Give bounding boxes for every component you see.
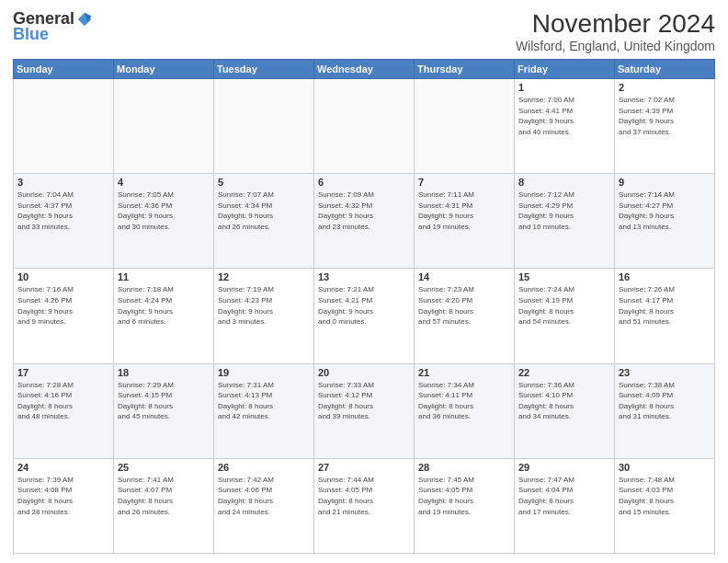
calendar-cell: [415, 79, 515, 174]
day-number: 7: [418, 177, 510, 188]
weekday-header-wednesday: Wednesday: [314, 60, 415, 79]
calendar-cell: 1Sunrise: 7:00 AM Sunset: 4:41 PM Daylig…: [515, 79, 615, 174]
calendar-cell: 10Sunrise: 7:16 AM Sunset: 4:26 PM Dayli…: [14, 269, 114, 363]
day-number: 26: [218, 462, 310, 473]
day-number: 12: [218, 271, 310, 282]
day-number: 11: [118, 271, 210, 282]
page: General Blue November 2024 Wilsford, Eng…: [0, 0, 728, 563]
month-title: November 2024: [516, 9, 715, 39]
calendar: SundayMondayTuesdayWednesdayThursdayFrid…: [13, 59, 715, 554]
day-info: Sunrise: 7:16 AM Sunset: 4:26 PM Dayligh…: [17, 284, 109, 327]
day-info: Sunrise: 7:09 AM Sunset: 4:32 PM Dayligh…: [318, 190, 410, 232]
calendar-cell: 24Sunrise: 7:39 AM Sunset: 4:08 PM Dayli…: [14, 458, 114, 553]
day-number: 15: [518, 271, 610, 282]
header: General Blue November 2024 Wilsford, Eng…: [13, 9, 715, 53]
day-number: 19: [218, 367, 310, 378]
day-number: 1: [518, 82, 610, 93]
day-info: Sunrise: 7:05 AM Sunset: 4:36 PM Dayligh…: [118, 190, 210, 232]
day-number: 27: [318, 462, 410, 473]
calendar-cell: 4Sunrise: 7:05 AM Sunset: 4:36 PM Daylig…: [114, 174, 214, 269]
day-info: Sunrise: 7:42 AM Sunset: 4:06 PM Dayligh…: [218, 475, 310, 517]
logo-blue-text: Blue: [13, 25, 49, 44]
weekday-header-thursday: Thursday: [415, 60, 515, 79]
day-number: 28: [418, 462, 510, 473]
calendar-cell: 17Sunrise: 7:28 AM Sunset: 4:16 PM Dayli…: [14, 363, 114, 458]
calendar-cell: 8Sunrise: 7:12 AM Sunset: 4:29 PM Daylig…: [515, 174, 615, 269]
calendar-cell: 5Sunrise: 7:07 AM Sunset: 4:34 PM Daylig…: [214, 174, 314, 269]
calendar-cell: 13Sunrise: 7:21 AM Sunset: 4:21 PM Dayli…: [314, 269, 415, 363]
day-number: 21: [418, 367, 510, 378]
calendar-week-0: 1Sunrise: 7:00 AM Sunset: 4:41 PM Daylig…: [14, 79, 715, 174]
calendar-cell: 11Sunrise: 7:18 AM Sunset: 4:24 PM Dayli…: [114, 269, 214, 363]
day-info: Sunrise: 7:07 AM Sunset: 4:34 PM Dayligh…: [218, 190, 310, 232]
day-info: Sunrise: 7:45 AM Sunset: 4:05 PM Dayligh…: [418, 475, 510, 517]
weekday-header-monday: Monday: [114, 60, 214, 79]
day-info: Sunrise: 7:26 AM Sunset: 4:17 PM Dayligh…: [619, 284, 711, 327]
day-info: Sunrise: 7:21 AM Sunset: 4:21 PM Dayligh…: [318, 284, 410, 327]
day-number: 6: [318, 177, 410, 188]
day-info: Sunrise: 7:23 AM Sunset: 4:20 PM Dayligh…: [418, 284, 510, 327]
day-info: Sunrise: 7:48 AM Sunset: 4:03 PM Dayligh…: [619, 475, 711, 517]
calendar-cell: [114, 79, 214, 174]
logo: General Blue: [13, 9, 93, 44]
calendar-cell: 22Sunrise: 7:36 AM Sunset: 4:10 PM Dayli…: [515, 363, 615, 458]
calendar-cell: 6Sunrise: 7:09 AM Sunset: 4:32 PM Daylig…: [314, 174, 415, 269]
day-info: Sunrise: 7:11 AM Sunset: 4:31 PM Dayligh…: [418, 190, 510, 232]
day-number: 3: [17, 177, 109, 188]
day-info: Sunrise: 7:12 AM Sunset: 4:29 PM Dayligh…: [518, 190, 610, 232]
calendar-cell: 25Sunrise: 7:41 AM Sunset: 4:07 PM Dayli…: [114, 458, 214, 553]
day-info: Sunrise: 7:18 AM Sunset: 4:24 PM Dayligh…: [118, 284, 210, 327]
calendar-cell: [14, 79, 114, 174]
day-number: 24: [17, 462, 109, 473]
calendar-cell: [314, 79, 415, 174]
weekday-header-saturday: Saturday: [615, 60, 715, 79]
day-number: 16: [619, 271, 711, 282]
day-info: Sunrise: 7:14 AM Sunset: 4:27 PM Dayligh…: [619, 190, 711, 232]
day-number: 13: [318, 271, 410, 282]
calendar-cell: 7Sunrise: 7:11 AM Sunset: 4:31 PM Daylig…: [415, 174, 515, 269]
day-info: Sunrise: 7:47 AM Sunset: 4:04 PM Dayligh…: [518, 475, 610, 517]
day-info: Sunrise: 7:29 AM Sunset: 4:15 PM Dayligh…: [118, 380, 210, 422]
calendar-cell: 19Sunrise: 7:31 AM Sunset: 4:13 PM Dayli…: [214, 363, 314, 458]
calendar-week-3: 17Sunrise: 7:28 AM Sunset: 4:16 PM Dayli…: [14, 363, 715, 458]
calendar-cell: 2Sunrise: 7:02 AM Sunset: 4:39 PM Daylig…: [615, 79, 715, 174]
day-info: Sunrise: 7:19 AM Sunset: 4:23 PM Dayligh…: [218, 284, 310, 327]
day-info: Sunrise: 7:41 AM Sunset: 4:07 PM Dayligh…: [118, 475, 210, 517]
day-info: Sunrise: 7:02 AM Sunset: 4:39 PM Dayligh…: [619, 95, 711, 137]
day-info: Sunrise: 7:31 AM Sunset: 4:13 PM Dayligh…: [218, 380, 310, 422]
calendar-cell: 18Sunrise: 7:29 AM Sunset: 4:15 PM Dayli…: [114, 363, 214, 458]
day-info: Sunrise: 7:00 AM Sunset: 4:41 PM Dayligh…: [518, 95, 610, 137]
calendar-cell: 28Sunrise: 7:45 AM Sunset: 4:05 PM Dayli…: [415, 458, 515, 553]
day-number: 20: [318, 367, 410, 378]
calendar-cell: 27Sunrise: 7:44 AM Sunset: 4:05 PM Dayli…: [314, 458, 415, 553]
calendar-week-4: 24Sunrise: 7:39 AM Sunset: 4:08 PM Dayli…: [14, 458, 715, 553]
day-info: Sunrise: 7:28 AM Sunset: 4:16 PM Dayligh…: [17, 380, 109, 422]
weekday-header-row: SundayMondayTuesdayWednesdayThursdayFrid…: [14, 60, 715, 79]
day-info: Sunrise: 7:24 AM Sunset: 4:19 PM Dayligh…: [518, 284, 610, 327]
day-number: 17: [17, 367, 109, 378]
calendar-cell: 23Sunrise: 7:38 AM Sunset: 4:09 PM Dayli…: [615, 363, 715, 458]
calendar-week-1: 3Sunrise: 7:04 AM Sunset: 4:37 PM Daylig…: [14, 174, 715, 269]
calendar-cell: [214, 79, 314, 174]
day-number: 18: [118, 367, 210, 378]
day-number: 22: [518, 367, 610, 378]
calendar-cell: 20Sunrise: 7:33 AM Sunset: 4:12 PM Dayli…: [314, 363, 415, 458]
day-info: Sunrise: 7:34 AM Sunset: 4:11 PM Dayligh…: [418, 380, 510, 422]
day-number: 30: [619, 462, 711, 473]
day-info: Sunrise: 7:38 AM Sunset: 4:09 PM Dayligh…: [619, 380, 711, 422]
day-number: 8: [518, 177, 610, 188]
calendar-cell: 9Sunrise: 7:14 AM Sunset: 4:27 PM Daylig…: [615, 174, 715, 269]
calendar-cell: 30Sunrise: 7:48 AM Sunset: 4:03 PM Dayli…: [615, 458, 715, 553]
day-number: 5: [218, 177, 310, 188]
day-number: 4: [118, 177, 210, 188]
day-number: 23: [619, 367, 711, 378]
day-info: Sunrise: 7:04 AM Sunset: 4:37 PM Dayligh…: [17, 190, 109, 232]
calendar-cell: 26Sunrise: 7:42 AM Sunset: 4:06 PM Dayli…: [214, 458, 314, 553]
calendar-cell: 29Sunrise: 7:47 AM Sunset: 4:04 PM Dayli…: [515, 458, 615, 553]
calendar-cell: 21Sunrise: 7:34 AM Sunset: 4:11 PM Dayli…: [415, 363, 515, 458]
day-info: Sunrise: 7:39 AM Sunset: 4:08 PM Dayligh…: [17, 475, 109, 517]
day-number: 25: [118, 462, 210, 473]
day-info: Sunrise: 7:36 AM Sunset: 4:10 PM Dayligh…: [518, 380, 610, 422]
calendar-cell: 14Sunrise: 7:23 AM Sunset: 4:20 PM Dayli…: [415, 269, 515, 363]
location: Wilsford, England, United Kingdom: [516, 39, 715, 53]
